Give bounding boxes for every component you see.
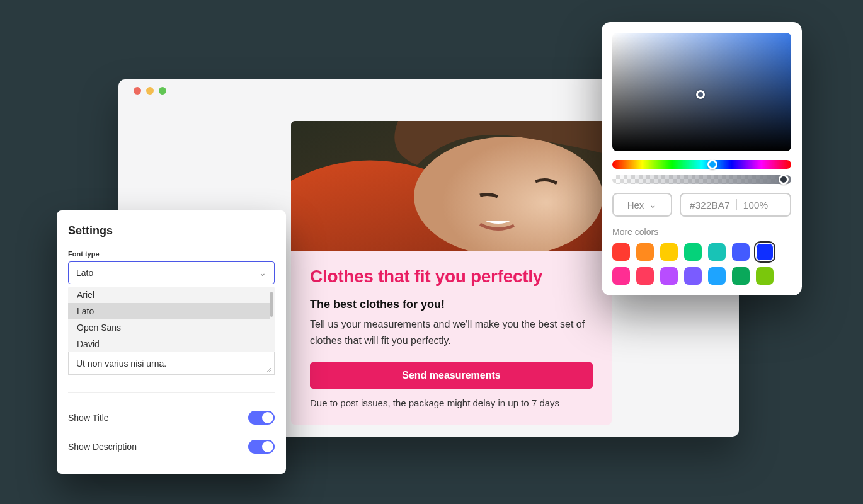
hue-slider[interactable] bbox=[612, 160, 791, 169]
sample-text-value: Ut non varius nisi urna. bbox=[76, 358, 166, 369]
promo-body: Tell us your measurements and we'll make… bbox=[310, 316, 593, 348]
color-format-value: Hex bbox=[627, 200, 644, 210]
promo-subtitle: The best clothes for you! bbox=[310, 298, 593, 311]
chevron-down-icon: ⌄ bbox=[649, 199, 657, 210]
hero-image bbox=[291, 121, 612, 251]
font-type-label: Font type bbox=[68, 250, 275, 258]
color-swatch[interactable] bbox=[612, 243, 630, 261]
alpha-thumb[interactable] bbox=[779, 175, 789, 185]
swatch-grid bbox=[612, 243, 791, 285]
promo-title: Clothes that fit you perfectly bbox=[310, 266, 593, 287]
promo-card: Clothes that fit you perfectly The best … bbox=[291, 121, 612, 425]
color-swatch[interactable] bbox=[612, 267, 630, 285]
show-title-toggle[interactable] bbox=[248, 411, 275, 425]
color-value-input[interactable]: #322BA7 100% bbox=[680, 193, 791, 217]
color-swatch[interactable] bbox=[756, 243, 774, 261]
color-hex-value: #322BA7 bbox=[690, 200, 730, 210]
color-picker: Hex ⌄ #322BA7 100% More colors bbox=[602, 22, 802, 295]
font-option[interactable]: David bbox=[68, 336, 270, 352]
alpha-slider[interactable] bbox=[612, 175, 791, 184]
color-swatch[interactable] bbox=[684, 267, 702, 285]
minimize-icon[interactable] bbox=[146, 87, 154, 94]
more-colors-label: More colors bbox=[612, 227, 791, 237]
send-measurements-button[interactable]: Send measurements bbox=[310, 362, 593, 389]
font-option[interactable]: Open Sans bbox=[68, 319, 270, 336]
saturation-thumb[interactable] bbox=[696, 90, 705, 99]
color-opacity-value: 100% bbox=[743, 200, 769, 210]
toggle-label: Show Description bbox=[68, 442, 137, 452]
color-swatch[interactable] bbox=[756, 267, 774, 285]
font-option[interactable]: Lato bbox=[68, 303, 270, 319]
color-swatch[interactable] bbox=[636, 267, 654, 285]
show-description-toggle[interactable] bbox=[248, 440, 275, 454]
separator bbox=[736, 199, 737, 210]
color-swatch[interactable] bbox=[684, 243, 702, 261]
close-icon[interactable] bbox=[134, 87, 141, 94]
resize-handle-icon[interactable] bbox=[265, 366, 271, 372]
color-swatch[interactable] bbox=[732, 267, 750, 285]
color-swatch[interactable] bbox=[708, 243, 726, 261]
sample-text-input[interactable]: Ut non varius nisi urna. bbox=[68, 352, 275, 375]
color-swatch[interactable] bbox=[636, 243, 654, 261]
font-select-value: Lato bbox=[76, 268, 93, 278]
toggle-label: Show Title bbox=[68, 413, 109, 423]
saturation-field[interactable] bbox=[612, 33, 791, 151]
divider bbox=[68, 392, 275, 393]
color-swatch[interactable] bbox=[732, 243, 750, 261]
font-dropdown: Ariel Lato Open Sans David bbox=[68, 287, 275, 352]
settings-title: Settings bbox=[68, 224, 275, 238]
settings-panel: Settings Font type Lato ⌄ Ariel Lato Ope… bbox=[57, 210, 286, 474]
font-select[interactable]: Lato ⌄ bbox=[68, 261, 275, 284]
color-format-select[interactable]: Hex ⌄ bbox=[612, 193, 672, 217]
chevron-down-icon: ⌄ bbox=[259, 268, 266, 278]
svg-point-1 bbox=[414, 137, 603, 251]
promo-footnote: Due to post issues, the package might de… bbox=[310, 398, 593, 408]
scrollbar-thumb[interactable] bbox=[270, 292, 273, 317]
color-swatch[interactable] bbox=[708, 267, 726, 285]
color-swatch[interactable] bbox=[660, 243, 678, 261]
font-option[interactable]: Ariel bbox=[68, 287, 270, 303]
color-swatch[interactable] bbox=[660, 267, 678, 285]
hue-thumb[interactable] bbox=[707, 159, 717, 169]
maximize-icon[interactable] bbox=[159, 87, 166, 94]
